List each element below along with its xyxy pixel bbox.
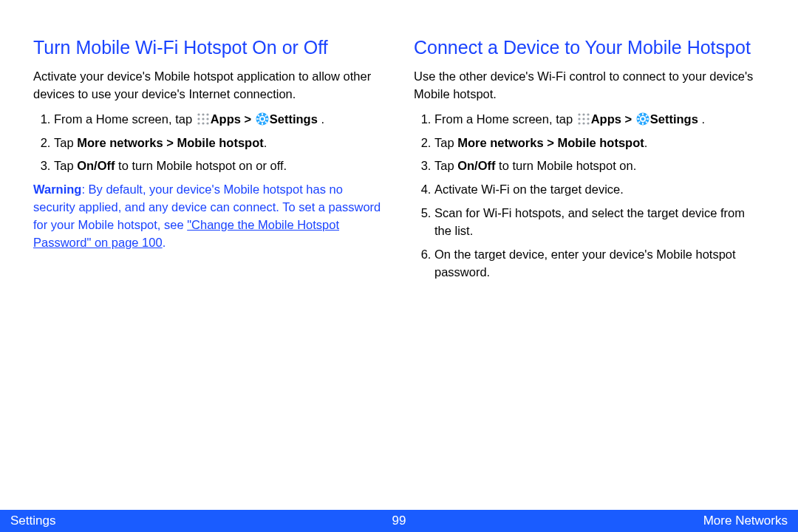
step-text: From a Home screen, tap [54,112,196,126]
warning-text-post: . [163,236,166,249]
apps-icon [197,112,210,126]
step-text-post: . [264,136,267,149]
intro-right: Use the other device's Wi-Fi control to … [414,68,765,103]
page-number: 99 [392,514,406,528]
step-1-left: From a Home screen, tap Apps > Settings … [54,111,384,129]
step-5-right: Scan for Wi-Fi hotspots, and select the … [434,205,765,240]
step-3-left: Tap On/Off to turn Mobile hotspot on or … [54,157,384,175]
apps-label: Apps > [211,112,255,126]
step-text: Tap [434,159,457,172]
left-column: Turn Mobile Wi-Fi Hotspot On or Off Acti… [33,35,384,532]
step-text-post: to turn Mobile hotspot on or off. [115,159,287,172]
settings-label: Settings [270,112,318,126]
settings-icon [636,112,649,126]
step-text-post: . [698,112,705,126]
heading-turn-hotspot: Turn Mobile Wi-Fi Hotspot On or Off [33,35,384,61]
step-3-right: Tap On/Off to turn Mobile hotspot on. [434,157,765,175]
step-2-left: Tap More networks > Mobile hotspot. [54,134,384,152]
step-6-right: On the target device, enter your device'… [434,246,765,282]
step-text-post: to turn Mobile hotspot on. [496,159,637,172]
apps-icon [577,112,590,126]
apps-label: Apps > [591,112,635,126]
footer-right: More Networks [703,514,788,528]
steps-left: From a Home screen, tap Apps > Settings … [33,111,384,176]
onoff-label: On/Off [457,159,495,172]
intro-left: Activate your device's Mobile hotspot ap… [33,68,384,103]
step-2-right: Tap More networks > Mobile hotspot. [434,134,765,152]
settings-label: Settings [650,112,698,126]
onoff-label: On/Off [77,159,115,172]
page-footer: Settings 99 More Networks [0,510,798,532]
step-text-post: . [318,112,324,126]
step-text: Tap [54,136,77,149]
step-1-right: From a Home screen, tap Apps > Settings … [434,111,765,129]
step-text: From a Home screen, tap [434,112,576,126]
more-networks-label: More networks > Mobile hotspot [77,136,264,149]
steps-right: From a Home screen, tap Apps > Settings … [414,111,765,282]
footer-left: Settings [10,514,55,528]
heading-connect-device: Connect a Device to Your Mobile Hotspot [414,35,765,61]
step-text-post: . [644,136,648,149]
warning-note: Warning: By default, your device's Mobil… [33,181,384,252]
warning-label: Warning [33,183,81,196]
right-column: Connect a Device to Your Mobile Hotspot … [414,35,765,532]
settings-icon [256,112,269,126]
more-networks-label: More networks > Mobile hotspot [457,136,644,149]
step-text: Tap [434,136,457,149]
step-text: Tap [54,159,77,172]
step-4-right: Activate Wi-Fi on the target device. [434,181,765,199]
